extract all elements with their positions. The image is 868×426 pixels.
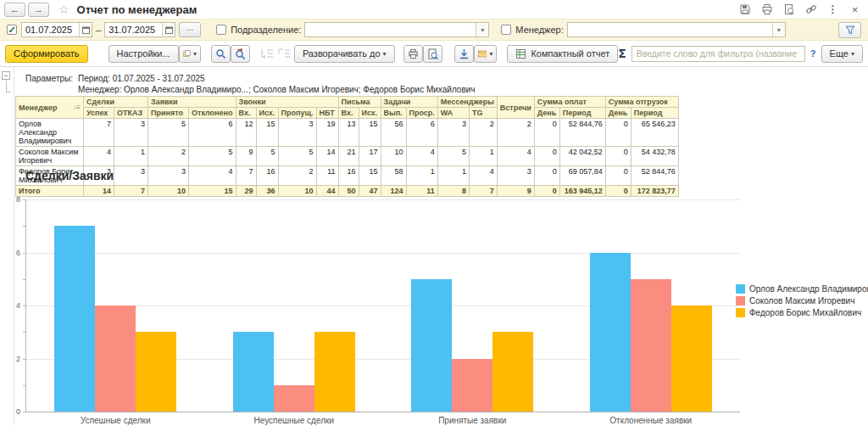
more-menu-icon[interactable]: ⋮: [826, 3, 839, 16]
table-cell[interactable]: 9: [236, 147, 256, 166]
chart-bar[interactable]: [590, 253, 631, 412]
column-header[interactable]: Пропущ.: [278, 108, 316, 119]
table-cell[interactable]: 0: [534, 119, 559, 147]
column-header[interactable]: Исх.: [256, 108, 278, 119]
column-group-header[interactable]: Заявки: [148, 97, 236, 108]
table-cell[interactable]: 1: [114, 147, 148, 166]
table-cell[interactable]: 14: [316, 147, 338, 166]
manager-name-cell[interactable]: Орлов Александр Владимирович: [16, 119, 84, 147]
chart-bar[interactable]: [314, 332, 355, 412]
table-cell[interactable]: 65 546,23: [631, 119, 678, 147]
table-cell[interactable]: 4: [497, 147, 534, 166]
chart-bar[interactable]: [631, 279, 671, 412]
column-group-header[interactable]: Сумма оплат: [534, 97, 605, 108]
link-icon[interactable]: [804, 3, 817, 16]
table-cell[interactable]: 5: [256, 147, 278, 166]
column-header[interactable]: Вх.: [338, 108, 359, 119]
chevron-down-icon[interactable]: ▾: [476, 23, 488, 36]
table-cell[interactable]: 2: [497, 119, 534, 147]
sum-icon[interactable]: Σ: [618, 47, 626, 60]
column-header[interactable]: День: [534, 108, 559, 119]
table-cell[interactable]: 0: [534, 147, 559, 166]
table-cell[interactable]: 5: [437, 147, 469, 166]
table-cell[interactable]: 5: [189, 147, 236, 166]
save-result-button[interactable]: [454, 45, 474, 63]
chart-bar[interactable]: [233, 332, 274, 412]
column-header[interactable]: Исх.: [359, 108, 381, 119]
table-cell[interactable]: 4: [406, 147, 437, 166]
manager-checkbox[interactable]: ✓: [501, 25, 511, 35]
column-header[interactable]: Принято: [148, 108, 189, 119]
generate-button[interactable]: Сформировать: [5, 45, 88, 63]
print-button[interactable]: [403, 45, 423, 63]
column-group-header[interactable]: Сумма отгрузок: [605, 97, 678, 108]
expand-to-button[interactable]: Разворачивать до ▾: [294, 45, 395, 63]
chart-bar[interactable]: [492, 332, 533, 412]
table-cell[interactable]: 6: [406, 119, 437, 147]
table-cell[interactable]: 5: [278, 147, 316, 166]
table-cell[interactable]: 56: [381, 119, 406, 147]
table-cell[interactable]: 15: [359, 119, 381, 147]
favorite-star-icon[interactable]: ☆: [58, 3, 70, 16]
table-cell[interactable]: 15: [256, 119, 278, 147]
column-group-header[interactable]: Сделки: [84, 97, 148, 108]
period-to-field[interactable]: 31.07.2025: [104, 22, 175, 37]
table-cell[interactable]: 7: [84, 119, 114, 147]
table-cell[interactable]: 10: [381, 147, 406, 166]
period-from-field[interactable]: 01.07.2025: [21, 22, 92, 37]
column-header[interactable]: НБТ: [316, 108, 338, 119]
table-cell[interactable]: 0: [605, 147, 631, 166]
preview-icon[interactable]: [782, 3, 795, 16]
chart-bar[interactable]: [54, 226, 95, 412]
chart-bar[interactable]: [411, 279, 452, 412]
table-cell[interactable]: 12: [236, 119, 256, 147]
table-cell[interactable]: 17: [359, 147, 381, 166]
table-cell[interactable]: 3: [278, 119, 316, 147]
table-cell[interactable]: 2: [469, 119, 497, 147]
period-variants-button[interactable]: ...: [179, 22, 201, 37]
column-header[interactable]: ОТКАЗ: [114, 108, 148, 119]
period-checkbox[interactable]: ✓: [7, 25, 17, 35]
report-variants-button[interactable]: ▾: [179, 45, 201, 63]
column-header[interactable]: Период: [631, 108, 678, 119]
calendar-icon[interactable]: [79, 23, 92, 36]
back-button[interactable]: ←: [4, 3, 25, 17]
column-header[interactable]: Вып.: [381, 108, 406, 119]
chart-bar[interactable]: [95, 305, 136, 412]
close-icon[interactable]: ×: [849, 3, 861, 16]
save-icon[interactable]: [738, 3, 751, 16]
manager-name-cell[interactable]: Соколов Максим Игоревич: [16, 147, 84, 166]
table-cell[interactable]: 54 432,78: [631, 147, 678, 166]
column-group-header[interactable]: Задачи: [381, 97, 437, 108]
column-header[interactable]: Встречи: [497, 97, 534, 119]
group-collapse-button[interactable]: −: [2, 71, 10, 80]
chart-bar[interactable]: [452, 359, 492, 412]
column-group-header[interactable]: Звонки: [236, 97, 338, 108]
chart-bar[interactable]: [671, 305, 712, 412]
department-field[interactable]: ▾: [304, 22, 489, 37]
table-cell[interactable]: 4: [84, 147, 114, 166]
forward-button[interactable]: →: [28, 3, 49, 17]
more-button[interactable]: Еще ▾: [821, 45, 863, 63]
column-header[interactable]: Отклонено: [189, 108, 236, 119]
column-group-header[interactable]: Письма: [338, 97, 381, 108]
column-header[interactable]: Вх.: [236, 108, 256, 119]
chart-bar[interactable]: [274, 385, 314, 412]
column-header[interactable]: Период: [559, 108, 605, 119]
settings-button[interactable]: Настройки...: [108, 45, 179, 63]
department-checkbox[interactable]: ✓: [216, 25, 226, 35]
print-icon[interactable]: [760, 3, 773, 16]
calendar-icon[interactable]: [162, 23, 175, 36]
help-icon[interactable]: ?: [810, 48, 816, 59]
chevron-down-icon[interactable]: ▾: [772, 23, 785, 36]
search-next-button[interactable]: [231, 45, 250, 63]
table-cell[interactable]: 42 042,52: [559, 147, 605, 166]
search-button[interactable]: [211, 45, 231, 63]
column-header[interactable]: Успех: [84, 108, 114, 119]
column-header[interactable]: День: [605, 108, 631, 119]
column-group-header[interactable]: Мессенджеры: [437, 97, 497, 108]
manager-field[interactable]: ▾: [567, 22, 786, 37]
column-header[interactable]: Проср.: [406, 108, 437, 119]
send-mail-button[interactable]: ▾: [474, 45, 498, 63]
table-cell[interactable]: 19: [316, 119, 338, 147]
